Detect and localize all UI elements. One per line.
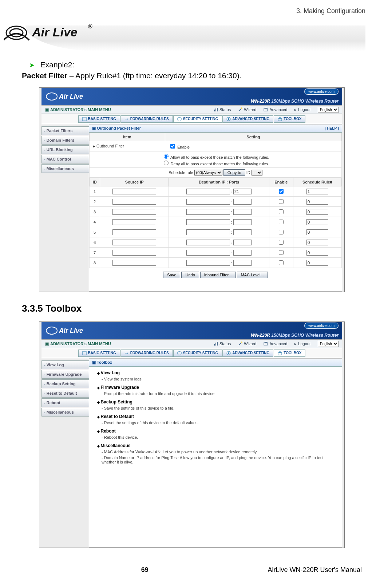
row-enable-checkbox[interactable]: [279, 209, 284, 214]
nav-advanced[interactable]: Advanced: [260, 339, 291, 348]
row-enable-checkbox[interactable]: [279, 250, 284, 255]
help-link[interactable]: [ HELP ]: [325, 126, 339, 130]
tab-advanced-setting[interactable]: ADVANCED SETTING: [222, 350, 273, 357]
undo-button[interactable]: Undo: [181, 272, 199, 278]
dest-port-input[interactable]: [233, 209, 252, 215]
nav-logout[interactable]: ▸ Logout: [291, 105, 314, 114]
nav-wizard[interactable]: Wizard: [234, 105, 260, 114]
language-select[interactable]: English: [318, 107, 339, 113]
wizard-icon: [238, 107, 242, 112]
dest-port-input[interactable]: [233, 260, 252, 266]
forward-icon: [124, 117, 129, 121]
enable-checkbox[interactable]: [170, 144, 175, 149]
sidebar-item[interactable]: Miscellaneous: [41, 408, 89, 417]
tab-toolbox[interactable]: TOOLBOX: [274, 350, 305, 357]
tab-security-setting[interactable]: SECURITY SETTING: [173, 115, 222, 123]
nav-status[interactable]: Status: [210, 339, 234, 348]
schedule-rule-input[interactable]: [306, 199, 328, 205]
row-enable-checkbox[interactable]: [279, 220, 284, 224]
sidebar-item[interactable]: View Log: [41, 360, 89, 369]
inbound-filter-button[interactable]: Inbound Filter...: [200, 272, 236, 278]
source-ip-input[interactable]: [112, 240, 156, 245]
nav-wizard[interactable]: Wizard: [234, 339, 260, 348]
enable-checkbox-label[interactable]: Enable: [169, 145, 190, 149]
sidebar-item[interactable]: Reset to Default: [41, 389, 89, 398]
nav-advanced[interactable]: Advanced: [260, 105, 291, 114]
language-select[interactable]: English: [318, 341, 339, 347]
tab-basic-setting[interactable]: BASIC SETTING: [78, 115, 120, 123]
dest-port-input[interactable]: [233, 229, 252, 235]
row-enable-checkbox[interactable]: [279, 230, 284, 234]
dest-ip-input[interactable]: [186, 209, 230, 215]
schedule-rule-input[interactable]: [306, 229, 328, 235]
mac-level-button[interactable]: MAC Level...: [237, 272, 268, 278]
example-text: Exanple2:: [40, 60, 74, 69]
dest-ip-input[interactable]: [186, 199, 230, 205]
row-enable-checkbox[interactable]: [279, 199, 284, 204]
source-ip-input[interactable]: [112, 250, 156, 256]
sidebar-item[interactable]: Firmware Upgrade: [41, 370, 89, 379]
id-select[interactable]: --: [252, 170, 262, 175]
cell-id: 8: [90, 258, 100, 268]
header-url-badge: www.airlive.com: [304, 88, 339, 95]
source-ip-input[interactable]: [112, 219, 156, 225]
dest-port-input[interactable]: [233, 199, 252, 205]
nav-logout[interactable]: ▸ Logout: [291, 339, 314, 348]
schedule-rule-input[interactable]: [306, 219, 328, 225]
nav-status[interactable]: Status: [210, 105, 234, 114]
dest-ip-input[interactable]: [186, 250, 230, 256]
schedule-rule-select[interactable]: (00)Always: [194, 170, 222, 175]
tab-security-setting[interactable]: SECURITY SETTING: [173, 350, 222, 357]
toolbox-item-desc: Reset the settings of this device to the…: [102, 421, 334, 425]
sidebar-item[interactable]: Miscellaneous: [41, 164, 89, 173]
dest-ip-input[interactable]: [186, 189, 230, 194]
row-enable-checkbox[interactable]: [279, 189, 284, 194]
source-ip-input[interactable]: [112, 209, 156, 215]
tab-forwarding-rules[interactable]: FORWARDING RULES: [120, 350, 173, 357]
dest-ip-input[interactable]: [186, 240, 230, 245]
sidebar-item[interactable]: Reboot: [41, 398, 89, 407]
dest-port-input[interactable]: [233, 189, 252, 194]
svg-text:Air Live: Air Live: [59, 93, 83, 100]
tab-forwarding-rules[interactable]: FORWARDING RULES: [120, 115, 173, 123]
tab-toolbox[interactable]: TOOLBOX: [274, 115, 305, 123]
sidebar-item[interactable]: URL Blocking: [41, 145, 89, 154]
row-enable-checkbox[interactable]: [279, 260, 284, 265]
dest-ip-input[interactable]: [186, 229, 230, 235]
svg-point-9: [241, 107, 242, 109]
row-enable-checkbox[interactable]: [279, 240, 284, 245]
dest-ip-input[interactable]: [186, 260, 230, 266]
radio-deny[interactable]: [164, 161, 169, 165]
tab-basic-setting[interactable]: BASIC SETTING: [78, 350, 120, 357]
schedule-rule-input[interactable]: [306, 260, 328, 266]
tab-advanced-setting[interactable]: ADVANCED SETTING: [222, 115, 273, 123]
schedule-rule-input[interactable]: [306, 240, 328, 245]
toolbox-item: RebootReboot this device.: [97, 429, 334, 439]
schedule-rule-input[interactable]: [306, 209, 328, 215]
radio-deny-label[interactable]: Deny all to pass except those match the …: [162, 162, 269, 166]
schedule-rule-input[interactable]: [306, 250, 328, 256]
cell-id: 5: [90, 227, 100, 237]
source-ip-input[interactable]: [112, 189, 156, 194]
dest-port-input[interactable]: [233, 219, 252, 225]
dest-port-input[interactable]: [233, 250, 252, 256]
radio-allow-label[interactable]: Allow all to pass except those match the…: [162, 155, 269, 159]
dest-ip-input[interactable]: [186, 219, 230, 225]
save-button[interactable]: Save: [163, 272, 180, 278]
toolbox-item-title: Reset to Default: [97, 414, 334, 419]
sidebar-item[interactable]: Backup Setting: [41, 379, 89, 388]
source-ip-input[interactable]: [112, 260, 156, 266]
svg-rect-12: [83, 117, 86, 121]
schedule-rule-input[interactable]: [306, 189, 328, 194]
source-ip-input[interactable]: [112, 199, 156, 205]
copy-to-button[interactable]: Copy to: [223, 169, 245, 176]
sidebar-item[interactable]: Domain Filters: [41, 136, 89, 145]
radio-allow[interactable]: [164, 154, 169, 159]
sidebar-item[interactable]: Packet Filters: [41, 126, 89, 135]
schedule-rule-label: Schedule rule: [169, 170, 193, 175]
dest-port-input[interactable]: [233, 240, 252, 245]
sidebar-item[interactable]: MAC Control: [41, 155, 89, 163]
cell-id: 7: [90, 248, 100, 258]
source-ip-input[interactable]: [112, 229, 156, 235]
svg-rect-24: [265, 342, 267, 343]
